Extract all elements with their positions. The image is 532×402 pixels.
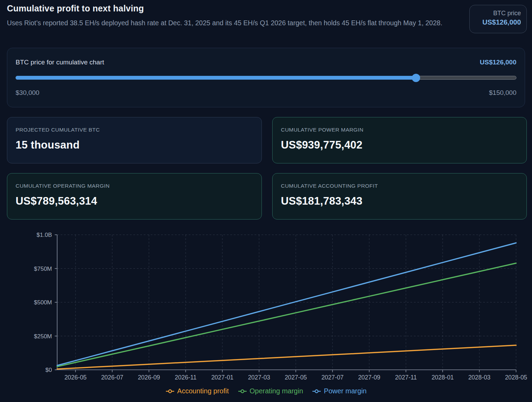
svg-text:$500M: $500M bbox=[34, 299, 52, 306]
line-dot-marker-icon bbox=[312, 389, 321, 394]
stat-value: US$939,775,402 bbox=[281, 139, 518, 151]
svg-text:2027-05: 2027-05 bbox=[285, 374, 307, 381]
page-subtitle: Uses Riot’s reported 38.5 EH/s deployed … bbox=[7, 18, 457, 28]
svg-text:2027-11: 2027-11 bbox=[395, 374, 417, 381]
stat-label: CUMULATIVE POWER MARGIN bbox=[281, 127, 518, 133]
slider-range-labels: $30,000 $150,000 bbox=[16, 89, 516, 97]
chart-legend: Accounting profit Operating margin Power… bbox=[0, 387, 532, 395]
svg-text:2026-05: 2026-05 bbox=[64, 374, 87, 381]
app: { "header": { "title": "Cumulative profi… bbox=[0, 0, 532, 402]
btc-price-badge-value: US$126,000 bbox=[475, 18, 521, 26]
stat-value: US$181,783,343 bbox=[281, 195, 518, 207]
stat-card-cumulative-operating-margin: CUMULATIVE OPERATING MARGIN US$789,563,3… bbox=[7, 173, 262, 220]
svg-text:2028-03: 2028-03 bbox=[468, 374, 490, 381]
stat-label: CUMULATIVE ACCOUNTING PROFIT bbox=[281, 183, 518, 189]
svg-text:2027-09: 2027-09 bbox=[358, 374, 380, 381]
slider-head: BTC price for cumulative chart US$126,00… bbox=[16, 59, 516, 66]
legend-item-operating-margin[interactable]: Operating margin bbox=[238, 387, 303, 395]
svg-text:$1.0B: $1.0B bbox=[37, 232, 52, 238]
slider-max-label: $150,000 bbox=[489, 89, 516, 97]
svg-text:$0: $0 bbox=[45, 367, 52, 373]
stat-card-cumulative-accounting-profit: CUMULATIVE ACCOUNTING PROFIT US$181,783,… bbox=[272, 173, 527, 220]
slider-current-value: US$126,000 bbox=[480, 59, 516, 66]
slider-min-label: $30,000 bbox=[16, 89, 39, 97]
svg-text:$250M: $250M bbox=[34, 333, 52, 340]
page-header: Cumulative profit to next halving Uses R… bbox=[7, 3, 461, 28]
svg-text:2027-07: 2027-07 bbox=[321, 374, 344, 381]
legend-label: Operating margin bbox=[250, 387, 303, 395]
page-title: Cumulative profit to next halving bbox=[7, 3, 461, 14]
svg-text:2026-09: 2026-09 bbox=[138, 374, 160, 381]
svg-text:2028-01: 2028-01 bbox=[432, 374, 454, 381]
legend-label: Accounting profit bbox=[177, 387, 229, 395]
btc-price-slider-panel: BTC price for cumulative chart US$126,00… bbox=[7, 48, 525, 107]
svg-text:2028-05: 2028-05 bbox=[505, 374, 527, 381]
btc-price-badge: BTC price US$126,000 bbox=[469, 5, 527, 33]
legend-item-power-margin[interactable]: Power margin bbox=[312, 387, 366, 395]
cumulative-profit-chart[interactable]: 2026-052026-072026-092026-112027-012027-… bbox=[0, 227, 532, 386]
slider-label: BTC price for cumulative chart bbox=[16, 59, 104, 66]
line-dot-marker-icon bbox=[238, 389, 247, 394]
svg-text:$750M: $750M bbox=[34, 266, 52, 272]
legend-item-accounting-profit[interactable]: Accounting profit bbox=[166, 387, 229, 395]
svg-text:2027-03: 2027-03 bbox=[248, 374, 270, 381]
profit-chart-svg[interactable]: 2026-052026-072026-092026-112027-012027-… bbox=[0, 227, 532, 386]
btc-price-badge-label: BTC price bbox=[475, 10, 521, 17]
stat-value: 15 thousand bbox=[16, 139, 253, 151]
btc-price-slider-thumb[interactable] bbox=[412, 74, 420, 82]
stat-label: PROJECTED CUMULATIVE BTC bbox=[16, 127, 253, 133]
svg-text:2027-01: 2027-01 bbox=[211, 374, 233, 381]
stat-value: US$789,563,314 bbox=[16, 195, 253, 207]
legend-label: Power margin bbox=[324, 387, 366, 395]
svg-text:2026-07: 2026-07 bbox=[101, 374, 123, 381]
stat-card-cumulative-power-margin: CUMULATIVE POWER MARGIN US$939,775,402 bbox=[272, 117, 527, 163]
line-dot-marker-icon bbox=[166, 389, 175, 394]
svg-text:2026-11: 2026-11 bbox=[175, 374, 197, 381]
stat-label: CUMULATIVE OPERATING MARGIN bbox=[16, 183, 253, 189]
btc-price-slider-track[interactable] bbox=[16, 76, 516, 80]
slider-fill bbox=[16, 76, 416, 80]
stat-card-projected-cumulative-btc: PROJECTED CUMULATIVE BTC 15 thousand bbox=[7, 117, 262, 163]
